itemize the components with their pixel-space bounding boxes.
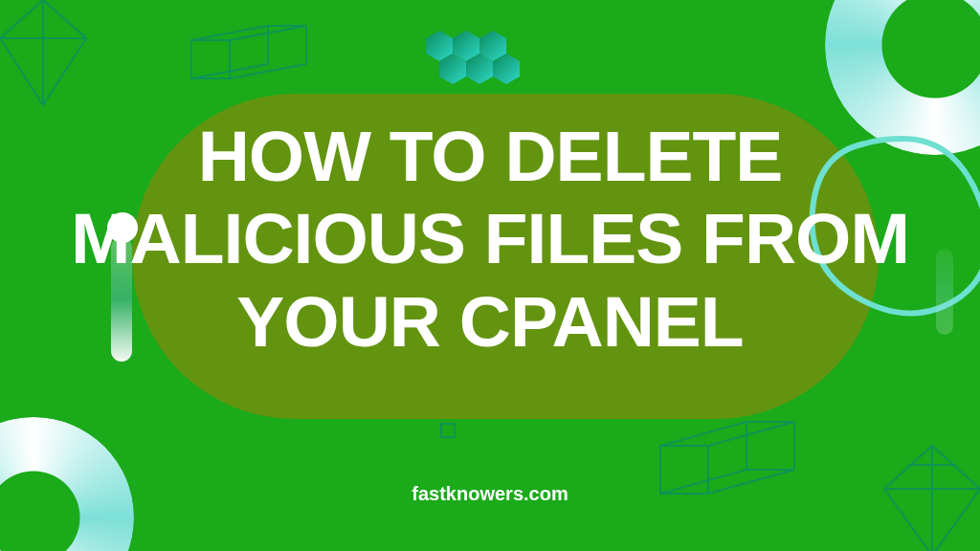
- title-line-2: MALICIOUS FILES FROM: [71, 198, 909, 278]
- main-title: HOW TO DELETE MALICIOUS FILES FROM YOUR …: [0, 115, 980, 363]
- tiny-square-icon: [440, 423, 456, 438]
- diamond-wireframe-top-left: [0, 0, 105, 115]
- title-line-1: HOW TO DELETE: [198, 116, 783, 196]
- footer-website: fastknowers.com: [0, 483, 980, 505]
- cube-wireframe-top: [182, 21, 316, 126]
- title-line-3: YOUR CPANEL: [236, 281, 743, 362]
- cube-wireframe-bottom: [641, 408, 804, 532]
